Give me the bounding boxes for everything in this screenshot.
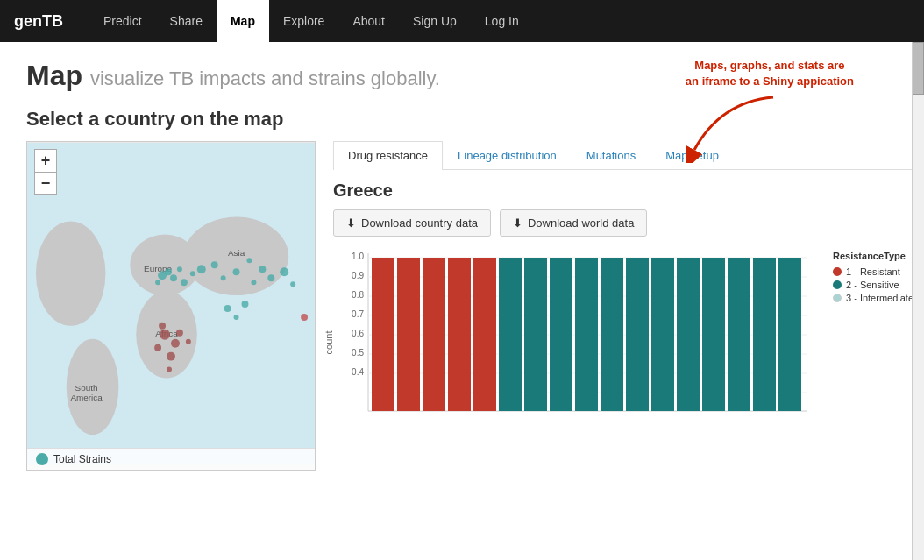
content-row: + − Europe Asia Africa [26, 141, 898, 471]
chart-area: count 1.0 0.9 0.8 0.7 0.6 0.5 0.4 [333, 249, 924, 436]
bar-sensitive-3 [550, 258, 572, 411]
svg-point-26 [160, 330, 170, 340]
chart-legend: ResistanceType ⚙ 1 - Resistant 2 - Sensi… [833, 249, 924, 306]
bar-resistant-2 [397, 258, 420, 411]
right-panel: Drug resistance Lineage distribution Mut… [333, 141, 924, 436]
navigation: genTB Predict Share Map Explore About Si… [0, 0, 924, 42]
main-content: Maps, graphs, and stats are an iframe to… [0, 42, 924, 488]
map-controls: + − [34, 149, 57, 195]
bar-sensitive-12 [778, 258, 801, 411]
nav-about[interactable]: About [338, 0, 399, 42]
svg-text:Asia: Asia [228, 248, 245, 258]
legend-dot [36, 453, 48, 465]
svg-text:0.4: 0.4 [352, 367, 364, 377]
svg-text:0.9: 0.9 [352, 271, 364, 280]
svg-text:South: South [75, 383, 98, 393]
download-world-icon: ⬇ [513, 216, 522, 230]
legend-item-sensitive: 2 - Sensitive [833, 280, 924, 290]
map-svg[interactable]: Europe Asia Africa South America [27, 142, 315, 466]
svg-point-16 [177, 266, 182, 272]
svg-point-31 [186, 339, 191, 344]
svg-text:0.6: 0.6 [352, 329, 364, 338]
y-axis-label: count [323, 331, 334, 355]
bar-sensitive-5 [601, 258, 623, 411]
nav-map[interactable]: Map [217, 0, 269, 42]
chart-wrapper: count 1.0 0.9 0.8 0.7 0.6 0.5 0.4 [333, 249, 824, 436]
svg-point-36 [242, 301, 249, 308]
svg-point-14 [170, 274, 177, 281]
svg-point-18 [190, 271, 195, 276]
bar-sensitive-8 [677, 258, 700, 411]
legend-color-intermediate [833, 294, 842, 302]
bar-sensitive-10 [728, 258, 750, 411]
legend-color-sensitive [833, 280, 842, 289]
brand-logo: genTB [14, 12, 63, 31]
callout-annotation: Maps, graphs, and stats are an iframe to… [686, 58, 854, 163]
svg-point-20 [211, 261, 218, 268]
bar-sensitive-9 [702, 258, 725, 411]
svg-text:0.7: 0.7 [352, 309, 364, 319]
nav-login[interactable]: Log In [471, 0, 533, 42]
download-world-button[interactable]: ⬇ Download world data [500, 209, 647, 237]
svg-point-37 [267, 274, 274, 281]
country-title: Greece [333, 181, 924, 201]
map-legend: Total Strains [27, 448, 315, 470]
svg-text:0.8: 0.8 [352, 290, 364, 300]
nav-share[interactable]: Share [156, 0, 217, 42]
svg-point-34 [224, 305, 231, 312]
svg-point-6 [36, 222, 106, 326]
bar-sensitive-2 [524, 258, 547, 411]
map-container[interactable]: + − Europe Asia Africa [26, 141, 316, 471]
svg-text:0.5: 0.5 [352, 348, 364, 358]
svg-point-17 [181, 279, 188, 286]
tab-lineage-distribution[interactable]: Lineage distribution [443, 141, 572, 169]
svg-point-39 [290, 281, 295, 287]
legend-item-resistant: 1 - Resistant [833, 266, 924, 277]
zoom-out-button[interactable]: − [34, 172, 57, 195]
svg-point-23 [246, 258, 252, 263]
tab-drug-resistance[interactable]: Drug resistance [333, 141, 443, 170]
download-buttons: ⬇ Download country data ⬇ Download world… [333, 209, 924, 237]
svg-point-38 [280, 267, 288, 276]
nav-explore[interactable]: Explore [269, 0, 338, 42]
scrollbar-thumb-inner[interactable] [913, 42, 924, 95]
legend-title: ResistanceType ⚙ [833, 249, 924, 263]
callout-text: Maps, graphs, and stats are an iframe to… [686, 58, 854, 89]
nav-signup[interactable]: Sign Up [399, 0, 471, 42]
svg-point-27 [171, 339, 180, 348]
bar-sensitive-7 [651, 258, 674, 411]
svg-point-32 [159, 323, 166, 330]
svg-point-24 [259, 266, 266, 273]
svg-point-21 [221, 275, 226, 280]
scrollbar-track[interactable] [912, 42, 924, 560]
svg-point-15 [155, 280, 160, 285]
download-icon: ⬇ [346, 216, 356, 230]
zoom-in-button[interactable]: + [34, 149, 57, 172]
svg-point-29 [167, 352, 175, 361]
nav-predict[interactable]: Predict [89, 0, 156, 42]
legend-color-resistant [833, 267, 842, 276]
bar-resistant-1 [372, 258, 394, 411]
tab-mutations[interactable]: Mutations [572, 141, 650, 169]
svg-point-35 [234, 315, 239, 320]
download-country-button[interactable]: ⬇ Download country data [333, 209, 491, 237]
bar-resistant-4 [448, 258, 471, 411]
bar-resistant-3 [423, 258, 445, 411]
callout-arrow [686, 93, 791, 163]
svg-point-25 [251, 280, 256, 285]
bar-sensitive-4 [575, 258, 598, 411]
svg-point-13 [165, 268, 172, 275]
svg-point-22 [233, 268, 240, 275]
svg-point-28 [154, 344, 161, 351]
legend-item-intermediate: 3 - Intermediate [833, 293, 924, 303]
svg-point-19 [197, 265, 206, 273]
svg-point-40 [301, 314, 308, 321]
svg-point-30 [176, 330, 183, 337]
svg-point-33 [167, 367, 172, 372]
svg-text:1.0: 1.0 [352, 252, 364, 261]
legend-label: Total Strains [53, 453, 111, 465]
bar-chart: 1.0 0.9 0.8 0.7 0.6 0.5 0.4 [333, 249, 824, 433]
bar-sensitive-6 [626, 258, 649, 411]
bar-sensitive-11 [753, 258, 776, 411]
svg-text:America: America [70, 393, 103, 402]
